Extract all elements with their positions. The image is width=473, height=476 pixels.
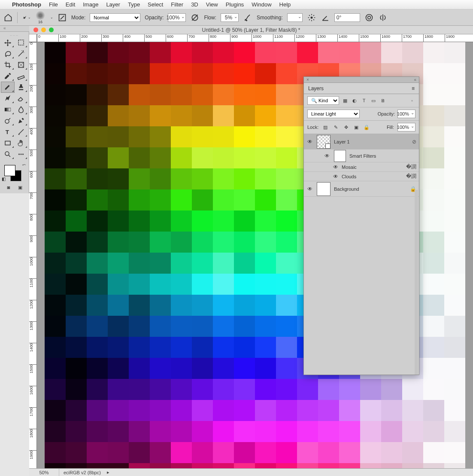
tool-path[interactable] bbox=[15, 126, 28, 137]
symmetry-icon[interactable] bbox=[378, 13, 388, 22]
tool-stamp[interactable] bbox=[15, 82, 28, 93]
tool-dodge[interactable] bbox=[1, 115, 15, 126]
layer-row[interactable]: 👁Layer 1⊘ bbox=[304, 134, 419, 150]
tool-blur[interactable] bbox=[15, 104, 28, 115]
panel-grip-icon[interactable]: ┄┄┄ bbox=[1, 34, 28, 37]
tool-ruler[interactable] bbox=[15, 70, 28, 82]
quickmask-icon[interactable]: ◙ bbox=[5, 184, 12, 191]
angle-input[interactable]: 0° bbox=[334, 13, 360, 22]
filter-name[interactable]: Mosaic bbox=[342, 165, 403, 170]
layer-thumbnail[interactable] bbox=[317, 182, 330, 196]
flow-input[interactable]: 5% bbox=[221, 13, 239, 22]
tool-eraser[interactable] bbox=[15, 93, 28, 104]
menu-3d[interactable]: 3D bbox=[191, 1, 198, 8]
tool-lasso[interactable] bbox=[1, 48, 15, 59]
menu-plugins[interactable]: Plugins bbox=[226, 1, 244, 8]
tool-preset-icon[interactable]: ⌄ bbox=[22, 13, 31, 22]
menu-filter[interactable]: Filter bbox=[171, 1, 183, 8]
smoothing-input[interactable] bbox=[287, 13, 303, 22]
app-name[interactable]: Photoshop bbox=[12, 1, 41, 8]
tool-crop[interactable] bbox=[1, 59, 15, 70]
filter-adjust-icon[interactable]: ◐ bbox=[351, 97, 358, 104]
visibility-icon[interactable]: 👁 bbox=[332, 164, 339, 170]
filter-toggle-icon[interactable]: ◦ bbox=[409, 97, 415, 104]
menu-view[interactable]: View bbox=[206, 1, 218, 8]
tool-brush[interactable] bbox=[1, 82, 15, 93]
tool-more[interactable] bbox=[15, 149, 28, 160]
visibility-icon[interactable]: 👁 bbox=[324, 153, 330, 159]
menu-image[interactable]: Image bbox=[83, 1, 98, 8]
panel-close-icon[interactable]: × bbox=[306, 77, 309, 82]
brush-settings-icon[interactable] bbox=[58, 13, 67, 22]
filter-type-icon[interactable]: T bbox=[361, 97, 367, 104]
size-pressure-icon[interactable] bbox=[364, 13, 374, 22]
ruler-origin[interactable] bbox=[29, 34, 37, 42]
brush-preview-icon[interactable] bbox=[36, 11, 45, 20]
tool-zoom[interactable] bbox=[1, 149, 15, 160]
menu-file[interactable]: File bbox=[49, 1, 58, 8]
layer-filter-kind-select[interactable]: 🔍 Kind bbox=[307, 96, 339, 105]
filter-pixel-icon[interactable]: ▦ bbox=[342, 97, 349, 104]
default-colors-icon[interactable]: ◧ bbox=[2, 177, 6, 181]
blend-mode-layer-select[interactable]: Linear Light bbox=[307, 110, 360, 118]
visibility-icon[interactable]: 👁 bbox=[332, 174, 339, 180]
layer-opacity-input[interactable]: 100% bbox=[397, 110, 415, 118]
menu-type[interactable]: Type bbox=[128, 1, 140, 8]
smoothing-options-icon[interactable] bbox=[307, 13, 316, 22]
screenmode-icon[interactable]: ▣ bbox=[17, 184, 24, 191]
tool-text[interactable]: T bbox=[1, 126, 15, 137]
document-titlebar[interactable]: Untitled-1 @ 50% (Layer 1, Filter Mask/8… bbox=[29, 26, 473, 34]
menu-help[interactable]: Help bbox=[279, 1, 291, 8]
menu-edit[interactable]: Edit bbox=[66, 1, 75, 8]
layer-name[interactable]: Layer 1 bbox=[334, 139, 409, 144]
filter-name[interactable]: Clouds bbox=[342, 174, 403, 179]
tool-wand[interactable] bbox=[15, 48, 28, 59]
airbrush-icon[interactable] bbox=[243, 13, 252, 22]
smart-filters-row[interactable]: 👁Smart Filters bbox=[304, 150, 419, 162]
brush-picker-caret-icon[interactable]: ⌄ bbox=[50, 15, 53, 19]
document-profile[interactable]: eciRGB v2 (8bpc) bbox=[59, 470, 105, 475]
opacity-input[interactable]: 100% bbox=[168, 13, 186, 22]
layers-scrollbar[interactable] bbox=[415, 190, 418, 375]
layer-thumbnail[interactable] bbox=[317, 135, 330, 149]
tool-marquee[interactable] bbox=[15, 37, 28, 48]
fill-input[interactable]: 100% bbox=[397, 123, 415, 131]
home-icon[interactable] bbox=[3, 13, 13, 22]
filter-mask-thumbnail[interactable] bbox=[334, 150, 346, 162]
ruler-horizontal[interactable]: 0100200300400500600700800900100011001200… bbox=[37, 34, 473, 42]
filter-shape-icon[interactable]: ▭ bbox=[370, 97, 377, 104]
lock-pixels-icon[interactable]: ✎ bbox=[332, 124, 339, 131]
panel-menu-icon[interactable]: ≡ bbox=[412, 85, 415, 92]
lock-position-icon[interactable]: ✥ bbox=[343, 124, 349, 131]
lock-artboard-icon[interactable]: ▣ bbox=[353, 124, 360, 131]
tool-rect[interactable] bbox=[1, 137, 15, 149]
filter-blend-icon[interactable]: �譋 bbox=[406, 173, 416, 180]
tool-gradient[interactable] bbox=[1, 104, 15, 115]
tool-history[interactable] bbox=[1, 93, 15, 104]
zoom-level[interactable]: 50% bbox=[29, 469, 59, 476]
filter-row-clouds[interactable]: 👁Clouds�譋 bbox=[304, 172, 419, 181]
filter-row-mosaic[interactable]: 👁Mosaic�譋 bbox=[304, 162, 419, 172]
visibility-icon[interactable]: 👁 bbox=[306, 139, 313, 145]
menu-layer[interactable]: Layer bbox=[106, 1, 120, 8]
foreground-color-swatch[interactable] bbox=[4, 165, 15, 176]
swap-colors-icon[interactable]: ⤺ bbox=[22, 162, 26, 167]
layers-tab[interactable]: Layers bbox=[308, 85, 324, 92]
blend-mode-select[interactable]: Normal bbox=[90, 13, 140, 22]
filter-blend-icon[interactable]: �譋 bbox=[406, 163, 416, 171]
visibility-icon[interactable]: 👁 bbox=[306, 186, 313, 192]
tool-move[interactable] bbox=[1, 37, 15, 48]
layer-name[interactable]: Background bbox=[334, 186, 406, 192]
lock-all-icon[interactable]: 🔒 bbox=[363, 124, 370, 131]
menu-window[interactable]: Window bbox=[252, 1, 271, 8]
menu-select[interactable]: Select bbox=[148, 1, 163, 8]
ruler-vertical[interactable]: 0100200300400500600700800900100011001200… bbox=[29, 42, 37, 468]
tool-hand[interactable] bbox=[15, 137, 28, 149]
tool-pen[interactable] bbox=[15, 115, 28, 126]
opacity-pressure-icon[interactable] bbox=[190, 13, 200, 22]
tool-eyedrop[interactable] bbox=[1, 70, 15, 82]
layer-row[interactable]: 👁Background🔒 bbox=[304, 181, 419, 197]
status-caret-icon[interactable]: ▸ bbox=[107, 470, 109, 475]
lock-transparent-icon[interactable]: ▨ bbox=[322, 124, 329, 131]
panel-collapse-icon[interactable]: « bbox=[414, 77, 416, 82]
